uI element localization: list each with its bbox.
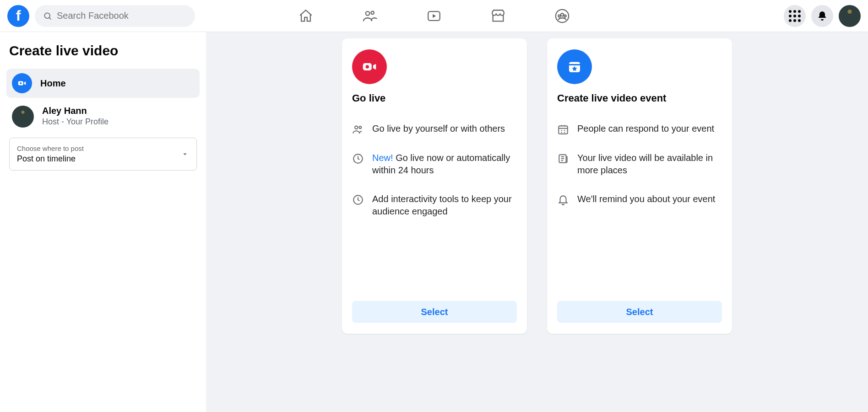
avatar [12,106,34,128]
clock-icon [352,194,364,206]
feature-text: Add interactivity tools to keep your aud… [372,193,517,218]
card-title: Create live video event [557,92,722,104]
feature-item: People can respond to your event [557,123,722,135]
people-icon [352,123,364,135]
feature-text: Your live video will be available in mor… [577,152,722,177]
bell-icon [817,11,828,21]
post-select-label: Choose where to post [17,144,84,153]
feature-item: Your live video will be available in mor… [557,152,722,177]
profile-name: Aley Hann [42,105,108,116]
sidebar-item-home[interactable]: Home [6,69,200,98]
feature-item: Add interactivity tools to keep your aud… [352,193,517,218]
groups-icon [554,8,570,24]
card-go-live: Go live Go live by yourself or with othe… [342,38,527,334]
notifications-button[interactable] [811,5,833,27]
post-select-value: Post on timeline [17,153,84,165]
calendar-icon [557,123,569,135]
svg-point-10 [20,82,22,84]
nav-friends[interactable] [361,7,379,25]
home-icon [298,8,314,24]
event-icon [557,49,592,84]
nav-watch[interactable] [425,7,443,25]
svg-line-1 [49,17,51,19]
post-destination-select[interactable]: Choose where to post Post on timeline [9,138,197,171]
top-bar: f [0,0,868,32]
friends-icon [362,8,378,24]
feature-text: People can respond to your event [577,123,714,135]
select-create-event-button[interactable]: Select [557,301,722,323]
menu-button[interactable] [784,5,806,27]
feature-text: We'll remind you about your event [577,193,715,205]
svg-point-3 [371,11,374,14]
watch-icon [426,8,442,24]
right-cluster [784,5,861,27]
card-title: Go live [352,92,517,104]
feature-text: Go live by yourself or with others [372,123,505,135]
live-icon [12,73,32,93]
search-box[interactable] [35,5,195,27]
sidebar-item-label: Home [40,78,66,89]
nav-home[interactable] [297,7,315,25]
grid-icon [789,10,801,22]
search-input[interactable] [57,11,187,21]
profile-role: Host - Your Profile [42,116,108,128]
facebook-logo[interactable]: f [7,5,29,27]
svg-point-14 [359,126,361,128]
feature-item: New! Go live now or automatically within… [352,152,517,177]
svg-point-7 [558,15,560,17]
feature-text: New! Go live now or automatically within… [372,152,517,177]
feature-item: Go live by yourself or with others [352,123,517,135]
page-title: Create live video [9,43,197,59]
feature-item: We'll remind you about your event [557,193,722,206]
news-icon [557,153,569,165]
svg-point-6 [561,13,564,16]
go-live-icon [352,49,387,84]
main-area: Go live Go live by yourself or with othe… [206,32,868,412]
svg-point-13 [355,126,358,129]
card-create-event: Create live video event People can respo… [547,38,732,334]
account-avatar[interactable] [839,5,861,27]
svg-rect-19 [559,126,568,134]
sidebar-profile[interactable]: Aley Hann Host - Your Profile [6,98,200,135]
svg-point-2 [366,11,370,15]
svg-point-0 [44,13,50,18]
select-go-live-button[interactable]: Select [352,301,517,323]
bell-outline-icon [557,194,569,206]
svg-point-12 [365,65,369,69]
clock-icon [352,153,364,165]
sidebar: Create live video Home Aley Hann Host - … [0,32,206,412]
nav-groups[interactable] [553,7,571,25]
center-nav [297,7,571,25]
svg-point-8 [564,15,566,17]
chevron-down-icon [181,150,189,158]
nav-marketplace[interactable] [489,7,507,25]
search-icon [43,11,52,21]
marketplace-icon [490,8,506,24]
